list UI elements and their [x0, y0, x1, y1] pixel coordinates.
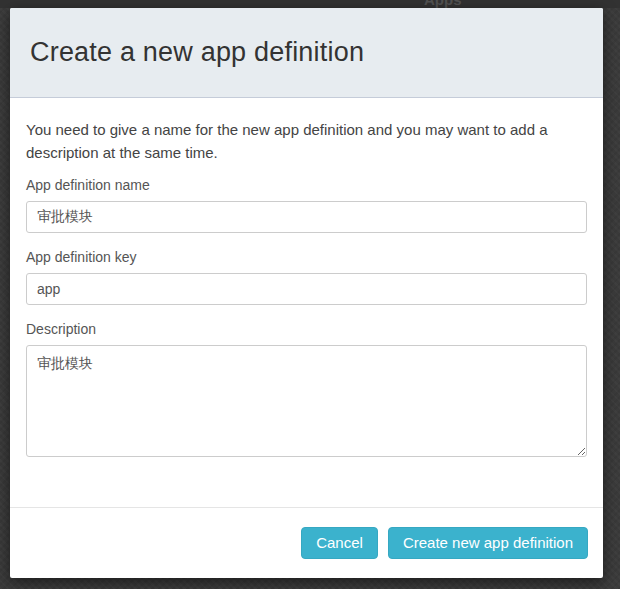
app-key-label: App definition key [26, 249, 587, 265]
dialog-title: Create a new app definition [30, 37, 364, 68]
cancel-button[interactable]: Cancel [301, 527, 378, 559]
description-textarea[interactable]: 审批模块 [26, 345, 587, 457]
dialog-header: Create a new app definition [10, 8, 603, 98]
background-top-bar: Apps [0, 0, 620, 8]
app-key-input[interactable] [26, 273, 587, 305]
background-nav-apps-label: Apps [424, 0, 462, 8]
description-field-group: Description 审批模块 [26, 321, 587, 457]
app-name-input[interactable] [26, 201, 587, 233]
dialog-intro-text: You need to give a name for the new app … [26, 119, 581, 164]
dialog-body: You need to give a name for the new app … [10, 98, 603, 507]
create-app-definition-dialog: Create a new app definition You need to … [10, 8, 603, 578]
create-new-app-definition-button[interactable]: Create new app definition [388, 527, 588, 559]
dialog-footer: Cancel Create new app definition [10, 507, 603, 578]
screen-backdrop: { "backdrop": { "nav_text": "Apps" }, "m… [0, 0, 620, 589]
description-label: Description [26, 321, 587, 337]
app-name-label: App definition name [26, 177, 587, 193]
app-name-field-group: App definition name [26, 177, 587, 233]
app-key-field-group: App definition key [26, 249, 587, 305]
